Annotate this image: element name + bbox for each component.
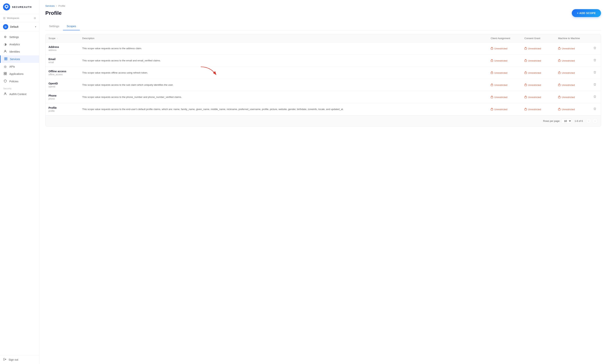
prev-page-button[interactable]: ‹: [586, 118, 592, 124]
rows-per-page-label: Rows per page:: [543, 120, 560, 122]
lock-icon: [491, 83, 493, 87]
svg-rect-8: [5, 72, 7, 73]
breadcrumb: Services > Profile: [45, 4, 601, 7]
sidebar-item-label: Applications: [9, 72, 24, 75]
default-workspace-item[interactable]: D Default ▾: [0, 22, 39, 31]
settings-icon: ⚙: [3, 35, 7, 39]
m2m-badge[interactable]: Unrestricted: [558, 95, 575, 99]
consent-grant-badge[interactable]: Unrestricted: [525, 83, 541, 87]
scope-description: This scope value requests access to the …: [82, 96, 182, 98]
m2m-badge[interactable]: Unrestricted: [558, 108, 575, 111]
consent-grant-badge[interactable]: Unrestricted: [525, 95, 541, 99]
m2m-badge[interactable]: Unrestricted: [558, 47, 575, 50]
security-section-label: Security: [0, 85, 39, 91]
col-header-consent-grant: Consent Grant: [521, 34, 555, 42]
svg-rect-18: [558, 60, 560, 62]
delete-row-button[interactable]: [592, 46, 598, 51]
svg-rect-22: [491, 84, 493, 86]
delete-row-button[interactable]: [592, 94, 598, 100]
sidebar: SECUREAUTH ⊞ Workspaces ⚙ D Default ▾ ⚙ …: [0, 0, 39, 364]
scope-name: OpenID: [49, 82, 76, 85]
scope-description: This scope value requests access to the …: [82, 83, 174, 86]
scope-key: offline_access: [49, 73, 76, 76]
sidebar-item-apis[interactable]: ◎ APIs: [0, 63, 39, 70]
table-row: Address address This scope value request…: [45, 42, 601, 55]
tab-settings[interactable]: Settings: [45, 22, 63, 30]
consent-grant-badge[interactable]: Unrestricted: [525, 47, 541, 50]
rows-per-page-control: Rows per page: 10 25 50: [543, 118, 572, 124]
sidebar-item-applications[interactable]: Applications: [0, 70, 39, 78]
svg-rect-19: [491, 72, 493, 74]
sidebar-item-authn-context[interactable]: AuthN Context: [0, 91, 39, 98]
scope-name: Profile: [49, 106, 76, 109]
main-nav: ⚙ Settings ◑ Analytics Identities Servic…: [0, 31, 39, 355]
svg-rect-6: [6, 59, 7, 60]
consent-grant-badge[interactable]: Unrestricted: [525, 108, 541, 111]
svg-rect-29: [525, 109, 527, 110]
svg-rect-13: [491, 48, 493, 49]
table-header-row: Scope ↑ Description Client Assignment Co…: [45, 34, 601, 42]
svg-rect-24: [558, 84, 560, 86]
lock-icon: [525, 59, 527, 62]
table-row: Phone phone This scope value requests ac…: [45, 91, 601, 103]
scope-key: email: [49, 61, 76, 64]
sidebar-item-label: Identities: [9, 50, 20, 53]
scope-description: This scope value requests offline access…: [82, 71, 148, 74]
table-row: OpenID openid This scope value requests …: [45, 79, 601, 91]
next-page-button[interactable]: ›: [592, 118, 598, 124]
m2m-badge[interactable]: Unrestricted: [558, 59, 575, 62]
add-scope-button[interactable]: + ADD SCOPE: [572, 9, 601, 17]
workspace-gear-icon[interactable]: ⚙: [34, 17, 36, 20]
client-assignment-badge[interactable]: Unrestricted: [491, 108, 507, 111]
col-header-machine-to-machine: Machine to Machine: [555, 34, 589, 42]
m2m-badge[interactable]: Unrestricted: [558, 71, 575, 75]
lock-icon: [525, 47, 527, 50]
client-assignment-badge[interactable]: Unrestricted: [491, 59, 507, 62]
svg-rect-16: [491, 60, 493, 62]
lock-icon: [491, 47, 493, 50]
sidebar-item-label: APIs: [9, 65, 15, 68]
delete-row-button[interactable]: [592, 82, 598, 88]
tabs: Settings Scopes: [45, 22, 601, 30]
svg-rect-25: [491, 97, 493, 98]
sort-icon[interactable]: ↑: [57, 38, 58, 39]
sidebar-item-label: AuthN Context: [9, 93, 27, 96]
client-assignment-badge[interactable]: Unrestricted: [491, 83, 507, 87]
delete-row-button[interactable]: [592, 58, 598, 63]
m2m-badge[interactable]: Unrestricted: [558, 83, 575, 87]
sidebar-item-identities[interactable]: Identities: [0, 48, 39, 55]
svg-rect-23: [525, 84, 527, 86]
svg-rect-30: [558, 109, 560, 110]
scope-key: address: [49, 49, 76, 52]
client-assignment-badge[interactable]: Unrestricted: [491, 71, 507, 75]
sidebar-item-policies[interactable]: Policies: [0, 78, 39, 85]
pagination: Rows per page: 10 25 50 1-6 of 6 ‹ ›: [45, 115, 601, 126]
consent-grant-badge[interactable]: Unrestricted: [525, 71, 541, 75]
delete-row-button[interactable]: [592, 107, 598, 112]
sidebar-item-services[interactable]: Services: [0, 55, 39, 63]
secureauth-logo-icon: [3, 3, 10, 11]
lock-icon: [558, 108, 561, 111]
lock-icon: [558, 59, 561, 62]
analytics-icon: ◑: [3, 42, 7, 46]
tab-scopes[interactable]: Scopes: [63, 22, 80, 30]
col-header-scope: Scope ↑: [45, 34, 79, 42]
delete-row-button[interactable]: [592, 70, 598, 75]
page-navigation: ‹ ›: [586, 118, 598, 124]
rows-per-page-select[interactable]: 10 25 50: [562, 118, 572, 124]
sidebar-item-label: Analytics: [9, 43, 20, 46]
breadcrumb-parent[interactable]: Services: [45, 4, 55, 7]
sidebar-item-settings[interactable]: ⚙ Settings: [0, 33, 39, 41]
signout-button[interactable]: Sign out: [3, 358, 36, 361]
scopes-table-container: Scope ↑ Description Client Assignment Co…: [45, 34, 601, 127]
svg-rect-27: [558, 97, 560, 98]
authn-icon: [3, 92, 7, 96]
sidebar-bottom: Sign out: [0, 355, 39, 364]
svg-rect-17: [525, 60, 527, 62]
layers-icon: ⊞: [3, 16, 5, 20]
consent-grant-badge[interactable]: Unrestricted: [525, 59, 541, 62]
client-assignment-badge[interactable]: Unrestricted: [491, 95, 507, 99]
table-wrapper: Scope ↑ Description Client Assignment Co…: [45, 34, 601, 127]
client-assignment-badge[interactable]: Unrestricted: [491, 47, 507, 50]
sidebar-item-analytics[interactable]: ◑ Analytics: [0, 41, 39, 48]
